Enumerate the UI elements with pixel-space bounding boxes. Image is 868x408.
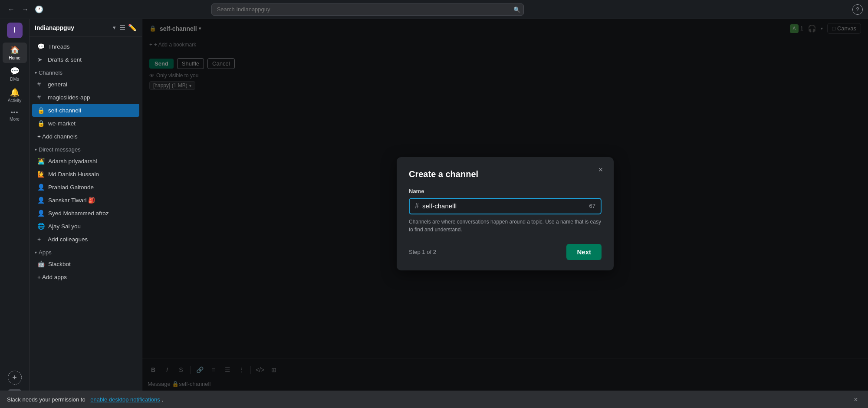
dm-avatar-adarsh: 🧑‍💻 xyxy=(37,158,45,165)
char-count: 67 xyxy=(589,203,595,209)
left-sidebar: Indianappguy ▾ ☰ ✏️ 💬 Threads ➤ Drafts &… xyxy=(30,19,142,408)
dm-avatar-ajay: 🌐 xyxy=(37,223,45,230)
search-input[interactable] xyxy=(211,3,524,16)
apps-section-header[interactable]: ▾ Apps xyxy=(30,246,142,257)
dm-name-prahlad: Prahlad Gaitonde xyxy=(48,184,94,191)
channel-name-general: general xyxy=(48,81,67,88)
chevron-down-icon: ▾ xyxy=(113,24,116,31)
dm-name-ajay: Ajay Sai you xyxy=(48,223,81,230)
nav-item-activity[interactable]: 🔔 Activity xyxy=(3,85,27,105)
sidebar-item-drafts[interactable]: ➤ Drafts & sent xyxy=(32,53,139,66)
dm-section-label: Direct messages xyxy=(39,146,81,153)
threads-icon: 💬 xyxy=(37,43,45,50)
main-layout: I 🏠 Home 💬 DMs 🔔 Activity ••• More + 😊 I… xyxy=(0,19,868,408)
dm-item-ajay[interactable]: 🌐 Ajay Sai you xyxy=(32,220,139,233)
modal-overlay[interactable]: Create a channel × Name # 67 Channels ar… xyxy=(142,19,868,408)
sidebar-item-magicslides[interactable]: # magicslides-app xyxy=(32,91,139,104)
modal-footer: Step 1 of 2 Next xyxy=(409,244,602,260)
add-channels-label: + Add channels xyxy=(37,133,78,140)
dm-name-adarsh: Adarsh priyadarshi xyxy=(48,158,97,165)
apps-section-label: Apps xyxy=(39,249,52,256)
more-icon: ••• xyxy=(11,109,19,116)
channel-name-input[interactable] xyxy=(422,202,586,210)
compose-icon[interactable]: ✏️ xyxy=(128,23,137,32)
add-channels-item[interactable]: + Add channels xyxy=(32,130,139,143)
nav-item-more[interactable]: ••• More xyxy=(3,106,27,124)
slackbot-icon: 🤖 xyxy=(37,260,45,267)
dm-name-sanskar: Sanskar Tiwari 🎒 xyxy=(48,197,95,204)
search-icon: 🔍 xyxy=(513,6,520,13)
dm-collapse-icon: ▾ xyxy=(35,147,37,152)
drafts-label: Drafts & sent xyxy=(48,56,82,63)
help-button[interactable]: ? xyxy=(852,4,863,15)
workspace-name[interactable]: Indianappguy xyxy=(35,24,109,31)
sidebar-item-threads[interactable]: 💬 Threads xyxy=(32,40,139,53)
channels-section-header[interactable]: ▾ Channels xyxy=(30,66,142,78)
step-indicator: Step 1 of 2 xyxy=(409,249,436,255)
dm-section-header[interactable]: ▾ Direct messages xyxy=(30,143,142,155)
modal-close-button[interactable]: × xyxy=(595,164,607,176)
add-workspace-button[interactable]: + xyxy=(8,371,22,385)
dm-item-danish[interactable]: 🙋 Md Danish Hussain xyxy=(32,168,139,181)
activity-icon: 🔔 xyxy=(10,88,20,97)
sidebar-nav: 💬 Threads ➤ Drafts & sent ▾ Channels # g… xyxy=(30,36,142,408)
dm-avatar-prahlad: 👤 xyxy=(37,184,45,191)
nav-label-home: Home xyxy=(9,56,20,60)
channel-name-we-market: we-market xyxy=(48,120,76,127)
sidebar-item-self-channell[interactable]: 🔒 self-channell xyxy=(32,104,139,117)
notification-close-button[interactable]: × xyxy=(851,395,861,405)
filter-icon[interactable]: ☰ xyxy=(119,23,125,32)
history-button[interactable]: 🕐 xyxy=(33,3,45,16)
create-channel-modal: Create a channel × Name # 67 Channels ar… xyxy=(397,157,614,270)
dm-avatar-syed: 👤 xyxy=(37,210,45,217)
notification-bar: Slack needs your permission to enable de… xyxy=(0,391,868,408)
channel-name-magicslides: magicslides-app xyxy=(48,94,90,101)
add-apps-item[interactable]: + Add apps xyxy=(32,270,139,283)
forward-button[interactable]: → xyxy=(19,3,31,16)
public-channel-icon-2: # xyxy=(37,94,44,101)
sidebar-header: Indianappguy ▾ ☰ ✏️ xyxy=(30,19,142,36)
notification-text: Slack needs your permission to xyxy=(7,396,85,403)
workspace-icon[interactable]: I xyxy=(7,23,23,38)
nav-label-activity: Activity xyxy=(8,98,22,103)
dm-avatar-danish: 🙋 xyxy=(37,171,45,178)
topbar: ← → 🕐 🔍 ? xyxy=(0,0,868,19)
dm-avatar-sanskar: 👤 xyxy=(37,197,45,204)
sidebar-item-general[interactable]: # general xyxy=(32,78,139,91)
channel-name-self-channell: self-channell xyxy=(48,107,81,114)
next-button[interactable]: Next xyxy=(566,244,602,260)
back-button[interactable]: ← xyxy=(5,3,17,16)
notification-link[interactable]: enable desktop notifications xyxy=(90,396,160,403)
private-channel-icon-2: 🔒 xyxy=(37,120,45,127)
dm-item-sanskar[interactable]: 👤 Sanskar Tiwari 🎒 xyxy=(32,194,139,207)
add-apps-label: + Add apps xyxy=(37,274,67,280)
app-item-slackbot[interactable]: 🤖 Slackbot xyxy=(32,257,139,270)
dm-item-syed[interactable]: 👤 Syed Mohammed afroz xyxy=(32,207,139,220)
modal-title: Create a channel xyxy=(409,169,602,179)
private-channel-icon: 🔒 xyxy=(37,107,45,114)
nav-item-home[interactable]: 🏠 Home xyxy=(3,43,27,63)
add-colleague-icon: + xyxy=(37,236,44,243)
dms-icon: 💬 xyxy=(10,66,20,76)
nav-label-more: More xyxy=(10,117,20,122)
icon-sidebar: I 🏠 Home 💬 DMs 🔔 Activity ••• More + 😊 xyxy=(0,19,30,408)
channels-section-label: Channels xyxy=(39,69,62,76)
main-content: 🔒 self-channell ▾ A 1 🎧 ▾ □ Canvas xyxy=(142,19,868,408)
sidebar-item-we-market[interactable]: 🔒 we-market xyxy=(32,117,139,130)
dm-item-prahlad[interactable]: 👤 Prahlad Gaitonde xyxy=(32,181,139,194)
dm-item-adarsh[interactable]: 🧑‍💻 Adarsh priyadarshi xyxy=(32,155,139,168)
apps-collapse-icon: ▾ xyxy=(35,250,37,255)
public-channel-icon: # xyxy=(37,81,44,88)
topbar-right: ? xyxy=(852,4,863,15)
modal-name-label: Name xyxy=(409,188,602,194)
sidebar-header-icons: ☰ ✏️ xyxy=(119,23,137,32)
dm-name-danish: Md Danish Hussain xyxy=(48,171,99,178)
add-colleagues-item[interactable]: + Add colleagues xyxy=(32,233,139,246)
channels-collapse-icon: ▾ xyxy=(35,70,37,75)
app-name-slackbot: Slackbot xyxy=(48,261,71,267)
nav-item-dms[interactable]: 💬 DMs xyxy=(3,64,27,84)
home-icon: 🏠 xyxy=(10,45,20,55)
nav-label-dms: DMs xyxy=(10,77,19,82)
notification-suffix: . xyxy=(162,396,164,403)
drafts-icon: ➤ xyxy=(37,56,44,63)
